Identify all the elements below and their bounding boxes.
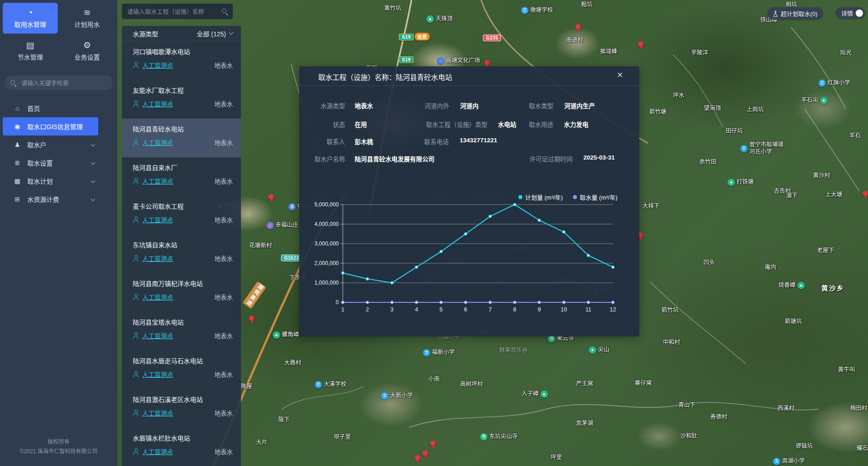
copyright-line1: 版权所有: [0, 437, 117, 446]
svg-text:1: 1: [341, 306, 345, 313]
module-label: 取用水管理: [15, 20, 46, 29]
sidebar-search-input[interactable]: [20, 79, 107, 87]
map-label-text: 螺角嶂: [282, 331, 299, 339]
module-业务设置[interactable]: ⚙ 业务设置: [60, 35, 115, 66]
manual-monitor-link[interactable]: 人工监测点: [133, 331, 173, 340]
map-label: 文福新小学: [423, 349, 455, 356]
map-label-text: 寨仔窝: [635, 380, 652, 387]
sidebar-item-取水口GIS信息管理[interactable]: ◉ 取水口GIS信息管理: [3, 117, 98, 135]
school-badge-icon: 文: [773, 458, 780, 465]
station-list-item[interactable]: 陆河县水唇走马石水电站 人工监测点 地表水: [122, 351, 241, 389]
station-list-item[interactable]: 水唇镇水栏肚水电站 人工监测点 地表水: [122, 428, 241, 466]
person-icon: [133, 448, 139, 455]
station-search-input[interactable]: [126, 8, 221, 15]
person-icon: [133, 371, 139, 377]
sidebar-item-首页[interactable]: ⌂ 首页: [0, 99, 117, 117]
map-label-text: 坪里: [551, 454, 562, 461]
map-label-text: 羊石尖: [801, 97, 818, 104]
map-label: 陈屋: [241, 383, 252, 391]
manual-monitor-link[interactable]: 人工监测点: [133, 292, 173, 301]
source-type-filter-dropdown[interactable]: 全部 (125): [196, 29, 233, 38]
map-label: 羊石: [849, 132, 861, 140]
map-label: 思茅湖: [576, 420, 593, 427]
gear-icon: ⚙: [83, 41, 91, 50]
map-marker-pin[interactable]: [484, 60, 490, 66]
sidebar: ◔ 取用水管理≋ 计划用水▤ 节水管理⚙ 业务设置 ⌂ 首页◉ 取水口GIS信息…: [0, 0, 117, 466]
mount-badge-icon: ▲: [541, 391, 548, 398]
mount-badge-icon: ▲: [728, 179, 735, 186]
svg-text:0: 0: [336, 299, 339, 306]
station-list-item[interactable]: 东坑镇自来水站 人工监测点 地表水: [122, 235, 241, 273]
station-list-item[interactable]: 陆河县自来水厂 人工监测点 地表水: [122, 157, 241, 196]
map-label-text: 箭竹坑: [662, 307, 679, 314]
map-label: 庵内: [765, 264, 776, 271]
station-list-item[interactable]: 河口镇唱歌潭水电站 人工监测点 地表水: [122, 41, 241, 80]
station-list-item[interactable]: 麦卡公司取水工程 人工监测点 地表水: [122, 196, 241, 235]
sidebar-item-label: 首页: [27, 104, 40, 113]
doc-icon: ▤: [26, 41, 35, 50]
map-label-text: 赤竹田: [699, 159, 717, 166]
manual-monitor-link[interactable]: 人工监测点: [133, 254, 173, 263]
station-list-item[interactable]: 陆河县南万镇杞洋水电站 人工监测点 地表水: [122, 273, 241, 312]
map-label: 青山下: [678, 402, 696, 409]
manual-monitor-link[interactable]: 人工监测点: [133, 408, 173, 417]
manual-monitor-link[interactable]: 人工监测点: [133, 447, 173, 456]
station-name: 陆河县激石溪老区水电站: [133, 395, 233, 404]
detail-toggle[interactable]: 详情: [836, 7, 865, 19]
map-label-text: 善德村: [710, 414, 728, 421]
map-marker-pin[interactable]: [249, 316, 255, 321]
manual-monitor-link[interactable]: 人工监测点: [133, 370, 173, 379]
map-label: 文普宁市船埔镇河氏小学: [740, 141, 783, 155]
manual-monitor-link[interactable]: 人工监测点: [133, 176, 173, 185]
svg-text:9: 9: [538, 306, 541, 313]
station-list: 河口镇唱歌潭水电站 人工监测点 地表水 友能水厂取水工程 人工监测点 地表水 陆…: [122, 41, 241, 466]
module-节水管理[interactable]: ▤ 节水管理: [3, 35, 58, 66]
map-label: 文墩塘学校: [521, 7, 553, 14]
station-list-item[interactable]: 陆河县青砼水电站 人工监测点 地表水: [122, 119, 241, 157]
sidebar-item-取水设置[interactable]: ≣ 取水设置: [0, 154, 117, 172]
map-label-text: 大排下: [642, 203, 660, 210]
map-label-text: 芋陂洋: [691, 50, 708, 57]
over-plan-water-button[interactable]: 超计划取水(0): [768, 7, 823, 20]
sidebar-item-取水计划[interactable]: ▦ 取水计划: [0, 172, 117, 190]
module-计划用水[interactable]: ≋ 计划用水: [60, 3, 115, 34]
svg-text:4: 4: [415, 306, 418, 313]
map-label: 坪水: [673, 92, 684, 100]
map-marker-pin[interactable]: [863, 191, 868, 197]
school-badge-icon: 文: [740, 145, 748, 152]
detail-toggle-label: 详情: [841, 9, 853, 17]
person-icon: [133, 294, 139, 300]
module-取用水管理[interactable]: ◔ 取用水管理: [3, 3, 58, 34]
map-marker-pin[interactable]: [575, 24, 581, 30]
map-label: 大排下: [642, 203, 660, 210]
search-icon[interactable]: [221, 8, 228, 15]
manual-monitor-link[interactable]: 人工监测点: [133, 138, 173, 147]
station-list-item[interactable]: 陆河县激石溪老区水电站 人工监测点 地表水: [122, 389, 241, 428]
svg-text:11: 11: [586, 306, 592, 313]
station-list-item[interactable]: 友能水厂取水工程 人工监测点 地表水: [122, 80, 241, 119]
sidebar-item-取水户[interactable]: ♟ 取水户: [0, 135, 117, 154]
map-label: 梅田村: [850, 405, 868, 412]
water-source-type: 地表水: [215, 447, 233, 456]
manual-monitor-link[interactable]: 人工监测点: [133, 99, 173, 108]
mount-badge-icon: ▲: [820, 97, 828, 104]
map-label: 高树坪村: [460, 381, 483, 388]
school-badge-icon: 文: [381, 392, 388, 400]
module-label: 节水管理: [18, 52, 43, 61]
map-marker-pin[interactable]: [422, 451, 428, 456]
manual-monitor-link[interactable]: 人工监测点: [133, 60, 173, 70]
station-list-item[interactable]: 陆河县宝塔水电站 人工监测点 地表水: [122, 312, 241, 351]
sidebar-item-水资源计费[interactable]: ⊞ 水资源计费: [0, 190, 117, 208]
svg-text:7: 7: [489, 306, 492, 313]
sidebar-menu: ⌂ 首页◉ 取水口GIS信息管理♟ 取水户≣ 取水设置▦ 取水计划⊞ 水资源计费: [0, 92, 117, 433]
map-label-text: 际光: [840, 50, 852, 57]
map-marker-pin[interactable]: [638, 41, 644, 47]
map-marker-pin[interactable]: [430, 441, 436, 446]
map-label: 黄沙乡: [821, 284, 844, 293]
map-marker-pin[interactable]: [268, 194, 274, 200]
map-marker-pin[interactable]: [415, 455, 421, 461]
manual-monitor-link[interactable]: 人工监测点: [133, 215, 173, 224]
map-label-text: 南进村: [566, 37, 583, 44]
database-icon: ≣: [14, 159, 21, 166]
over-plan-water-label: 超计划取水(0): [781, 9, 818, 18]
